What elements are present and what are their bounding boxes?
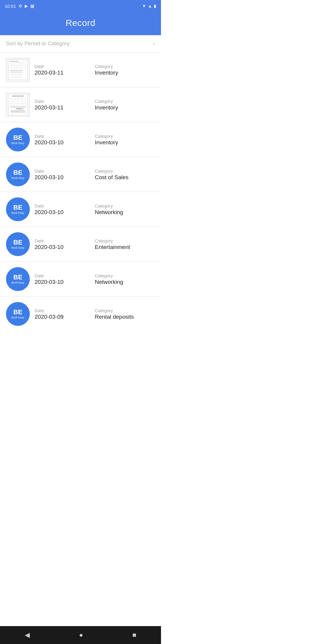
receipt-thumbnail: Total 16.1 <box>6 93 30 117</box>
be-logo: BE Book Easy <box>6 197 30 221</box>
date-value: 2020-03-11 <box>35 104 95 111</box>
status-right: ▼ ▲ ▮ <box>142 4 156 8</box>
record-info: Date 2020-03-11 Category Inventory <box>35 99 155 111</box>
date-label: Date <box>35 203 95 208</box>
list-item[interactable]: Total 16.1 Date 2020-03-11 Category Inve… <box>0 87 161 122</box>
category-col: Category Networking <box>95 203 155 216</box>
category-col: Category Cost of Sales <box>95 168 155 181</box>
category-value: Inventory <box>95 139 155 146</box>
status-time: 10:01 <box>5 4 16 9</box>
sort-arrow-icon: › <box>153 41 155 47</box>
list-item[interactable]: Date 2020-03-11 Category Inventory <box>0 52 161 87</box>
date-label: Date <box>35 168 95 174</box>
svg-rect-1 <box>9 60 27 80</box>
category-label: Category <box>95 168 155 174</box>
category-col: Category Entertainment <box>95 238 155 250</box>
status-bar: 10:01 ⚙ ▶ ▦ ▼ ▲ ▮ <box>0 0 161 12</box>
wifi-icon: ▼ <box>142 4 146 8</box>
date-label: Date <box>35 273 95 278</box>
record-info: Date 2020-03-10 Category Networking <box>35 203 155 216</box>
category-value: Cost of Sales <box>95 174 155 181</box>
category-col: Category Rental deposits <box>95 308 155 320</box>
date-value: 2020-03-10 <box>35 139 95 146</box>
category-value: Inventory <box>95 69 155 76</box>
sort-label: Sort by Period or Category <box>6 41 69 47</box>
be-logo: BE Book Easy <box>6 162 30 186</box>
category-col: Category Inventory <box>95 99 155 111</box>
be-logo: BE Book Easy <box>6 267 30 291</box>
record-info: Date 2020-03-10 Category Networking <box>35 273 155 285</box>
record-info: Date 2020-03-11 Category Inventory <box>35 64 155 76</box>
date-col: Date 2020-03-11 <box>35 64 95 76</box>
record-info: Date 2020-03-09 Category Rental deposits <box>35 308 155 320</box>
record-info: Date 2020-03-10 Category Entertainment <box>35 238 155 250</box>
svg-rect-28 <box>11 111 25 113</box>
date-col: Date 2020-03-10 <box>35 168 95 181</box>
category-value: Inventory <box>95 104 155 111</box>
category-value: Networking <box>95 279 155 285</box>
category-col: Category Networking <box>95 273 155 285</box>
svg-rect-12 <box>10 61 18 62</box>
date-col: Date 2020-03-09 <box>35 308 95 320</box>
svg-rect-15 <box>12 95 24 97</box>
category-label: Category <box>95 273 155 278</box>
list-item[interactable]: BE Book Easy Date 2020-03-09 Category Re… <box>0 297 161 331</box>
category-label: Category <box>95 134 155 139</box>
category-label: Category <box>95 308 155 313</box>
date-col: Date 2020-03-10 <box>35 134 95 146</box>
date-label: Date <box>35 238 95 243</box>
signal-icon: ▲ <box>148 4 152 8</box>
sort-bar[interactable]: Sort by Period or Category › <box>0 35 161 52</box>
app-header: Record <box>0 12 161 35</box>
battery-icon: ▮ <box>154 4 156 8</box>
date-col: Date 2020-03-10 <box>35 273 95 285</box>
list-item[interactable]: BE Book Easy Date 2020-03-10 Category In… <box>0 122 161 157</box>
receipt-thumbnail <box>6 58 30 82</box>
page-title: Record <box>66 18 95 28</box>
record-list: Date 2020-03-11 Category Inventory <box>0 52 161 331</box>
sd-icon: ▦ <box>30 4 34 8</box>
play-icon: ▶ <box>25 4 28 8</box>
category-col: Category Inventory <box>95 134 155 146</box>
settings-icon: ⚙ <box>18 4 22 8</box>
date-col: Date 2020-03-10 <box>35 238 95 250</box>
date-label: Date <box>35 64 95 69</box>
category-label: Category <box>95 99 155 104</box>
be-logo: BE Book Easy <box>6 128 30 151</box>
category-col: Category Inventory <box>95 64 155 76</box>
category-value: Entertainment <box>95 244 155 250</box>
date-value: 2020-03-11 <box>35 69 95 76</box>
svg-text:16.1: 16.1 <box>20 108 24 110</box>
list-item[interactable]: BE Book Easy Date 2020-03-10 Category Ne… <box>0 192 161 227</box>
category-value: Rental deposits <box>95 314 155 320</box>
record-info: Date 2020-03-10 Category Inventory <box>35 134 155 146</box>
date-value: 2020-03-10 <box>35 209 95 216</box>
category-label: Category <box>95 203 155 208</box>
category-label: Category <box>95 238 155 243</box>
date-label: Date <box>35 134 95 139</box>
list-item[interactable]: BE Book Easy Date 2020-03-10 Category En… <box>0 227 161 262</box>
date-col: Date 2020-03-10 <box>35 203 95 216</box>
list-item[interactable]: BE Book Easy Date 2020-03-10 Category Ne… <box>0 262 161 297</box>
category-value: Networking <box>95 209 155 216</box>
record-info: Date 2020-03-10 Category Cost of Sales <box>35 168 155 181</box>
category-label: Category <box>95 64 155 69</box>
list-item[interactable]: BE Book Easy Date 2020-03-10 Category Co… <box>0 157 161 192</box>
be-logo: BE Book Easy <box>6 302 30 326</box>
status-left: 10:01 ⚙ ▶ ▦ <box>5 4 34 9</box>
date-value: 2020-03-09 <box>35 314 95 320</box>
date-value: 2020-03-10 <box>35 174 95 181</box>
date-label: Date <box>35 99 95 104</box>
be-logo: BE Book Easy <box>6 232 30 256</box>
date-value: 2020-03-10 <box>35 279 95 285</box>
date-label: Date <box>35 308 95 313</box>
date-col: Date 2020-03-11 <box>35 99 95 111</box>
date-value: 2020-03-10 <box>35 244 95 250</box>
